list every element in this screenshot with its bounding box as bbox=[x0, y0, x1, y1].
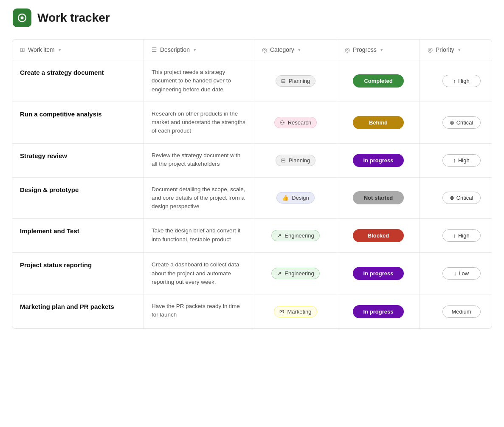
progress-cell: Behind bbox=[337, 102, 420, 143]
chevron-down-icon: ▾ bbox=[380, 47, 383, 53]
work-item-cell: Create a strategy document bbox=[12, 60, 144, 102]
category-badge: ✉ Marketing bbox=[274, 306, 317, 317]
chevron-down-icon: ▾ bbox=[298, 47, 301, 53]
table-row: Run a competitive analysis Research on o… bbox=[12, 102, 492, 144]
table-row: Marketing plan and PR packets Have the P… bbox=[12, 294, 492, 328]
work-item-label: Strategy review bbox=[20, 152, 67, 159]
category-cell: ⚇ Research bbox=[254, 102, 337, 143]
progress-cell: Completed bbox=[337, 60, 420, 102]
progress-badge: Behind bbox=[353, 116, 404, 129]
description-text: Document detailing the scope, scale, and… bbox=[152, 185, 246, 211]
priority-label: Low bbox=[459, 270, 469, 277]
progress-cell: In progress bbox=[337, 253, 420, 294]
category-label: Marketing bbox=[287, 308, 311, 315]
category-label: Research bbox=[288, 119, 312, 126]
app-logo bbox=[13, 8, 31, 27]
calendar-icon: ⊟ bbox=[281, 157, 286, 164]
progress-badge: Blocked bbox=[353, 229, 404, 242]
description-cell: Document detailing the scope, scale, and… bbox=[144, 178, 254, 219]
description-text: Have the PR packets ready in time for la… bbox=[152, 302, 246, 320]
trend-icon: ↗ bbox=[277, 232, 282, 239]
check-circle-icon: ◎ bbox=[262, 46, 267, 53]
progress-cell: Blocked bbox=[337, 219, 420, 252]
category-badge: ↗ Engineering bbox=[271, 230, 319, 241]
work-item-cell: Strategy review bbox=[12, 144, 144, 177]
category-cell: ⊟ Planning bbox=[254, 60, 337, 102]
description-text: This project needs a strategy document t… bbox=[152, 68, 246, 94]
table-icon: ⊞ bbox=[20, 46, 25, 53]
col-header-work-item[interactable]: ⊞ Work item ▾ bbox=[12, 40, 144, 60]
category-badge: ⊟ Planning bbox=[276, 75, 316, 87]
priority-badge: ↑ High bbox=[442, 229, 481, 242]
col-header-progress[interactable]: ◎ Progress ▾ bbox=[337, 40, 420, 60]
description-text: Review the strategy document with all th… bbox=[152, 151, 246, 169]
list-icon: ☰ bbox=[152, 46, 157, 53]
priority-badge: Medium bbox=[442, 305, 481, 318]
work-item-cell: Implement and Test bbox=[12, 219, 144, 252]
work-item-label: Implement and Test bbox=[20, 227, 79, 235]
col-header-priority[interactable]: ◎ Priority ▾ bbox=[420, 40, 492, 60]
priority-cell: ⊗ Critical bbox=[420, 102, 492, 143]
priority-cell: ↓ Low bbox=[420, 253, 492, 294]
priority-badge: ⊗ Critical bbox=[442, 116, 481, 129]
category-cell: ✉ Marketing bbox=[254, 294, 337, 328]
priority-label: High bbox=[458, 157, 470, 164]
priority-label: High bbox=[458, 232, 470, 239]
description-text: Create a dashboard to collect data about… bbox=[152, 260, 246, 286]
category-label: Planning bbox=[289, 78, 310, 84]
priority-badge: ↓ Low bbox=[442, 267, 481, 280]
category-badge: ⚇ Research bbox=[274, 117, 317, 128]
description-text: Research on other products in the market… bbox=[152, 110, 246, 136]
priority-cell: Medium bbox=[420, 294, 492, 328]
priority-badge: ↑ High bbox=[442, 75, 481, 87]
chevron-down-icon: ▾ bbox=[458, 47, 461, 53]
check-circle-icon: ◎ bbox=[428, 46, 433, 53]
work-item-label: Project status reporting bbox=[20, 261, 92, 269]
app-header: Work tracker bbox=[0, 0, 504, 35]
hand-icon: 👍 bbox=[282, 195, 289, 201]
priority-badge: ⊗ Critical bbox=[442, 192, 481, 204]
calendar-icon: ⊟ bbox=[281, 78, 286, 84]
category-label: Engineering bbox=[284, 270, 314, 277]
category-badge: ↗ Engineering bbox=[271, 268, 319, 279]
description-text: Take the design brief and convert it int… bbox=[152, 226, 246, 244]
priority-cell: ↑ High bbox=[420, 144, 492, 177]
description-cell: This project needs a strategy document t… bbox=[144, 60, 254, 102]
col-header-category[interactable]: ◎ Category ▾ bbox=[254, 40, 337, 60]
chevron-down-icon: ▾ bbox=[59, 47, 61, 53]
table-row: Create a strategy document This project … bbox=[12, 60, 492, 102]
table-header: ⊞ Work item ▾ ☰ Description ▾ ◎ Category… bbox=[12, 40, 492, 60]
table-body: Create a strategy document This project … bbox=[12, 60, 492, 328]
description-cell: Have the PR packets ready in time for la… bbox=[144, 294, 254, 328]
progress-badge: Completed bbox=[353, 74, 404, 88]
work-item-cell: Design & prototype bbox=[12, 178, 144, 219]
mail-icon: ✉ bbox=[279, 308, 284, 315]
table-row: Implement and Test Take the design brief… bbox=[12, 219, 492, 253]
svg-point-1 bbox=[21, 17, 24, 20]
priority-cell: ↑ High bbox=[420, 60, 492, 102]
table-row: Strategy review Review the strategy docu… bbox=[12, 144, 492, 178]
progress-cell: In progress bbox=[337, 294, 420, 328]
people-icon: ⚇ bbox=[280, 119, 285, 126]
trend-icon: ↗ bbox=[277, 270, 282, 277]
progress-badge: In progress bbox=[353, 267, 404, 280]
table-row: Design & prototype Document detailing th… bbox=[12, 178, 492, 219]
category-cell: 👍 Design bbox=[254, 178, 337, 219]
priority-label: Critical bbox=[456, 195, 473, 201]
progress-badge: Not started bbox=[353, 191, 404, 204]
category-label: Planning bbox=[289, 157, 310, 164]
category-badge: 👍 Design bbox=[276, 192, 314, 204]
check-circle-icon: ◎ bbox=[345, 46, 350, 53]
progress-cell: In progress bbox=[337, 144, 420, 177]
progress-badge: In progress bbox=[353, 154, 404, 167]
description-cell: Research on other products in the market… bbox=[144, 102, 254, 143]
col-header-description[interactable]: ☰ Description ▾ bbox=[144, 40, 254, 60]
priority-badge: ↑ High bbox=[442, 154, 481, 167]
priority-label: Critical bbox=[456, 119, 473, 126]
category-cell: ↗ Engineering bbox=[254, 219, 337, 252]
category-cell: ↗ Engineering bbox=[254, 253, 337, 294]
work-item-label: Design & prototype bbox=[20, 186, 79, 193]
description-cell: Review the strategy document with all th… bbox=[144, 144, 254, 177]
category-badge: ⊟ Planning bbox=[276, 155, 316, 166]
chevron-down-icon: ▾ bbox=[194, 47, 196, 53]
